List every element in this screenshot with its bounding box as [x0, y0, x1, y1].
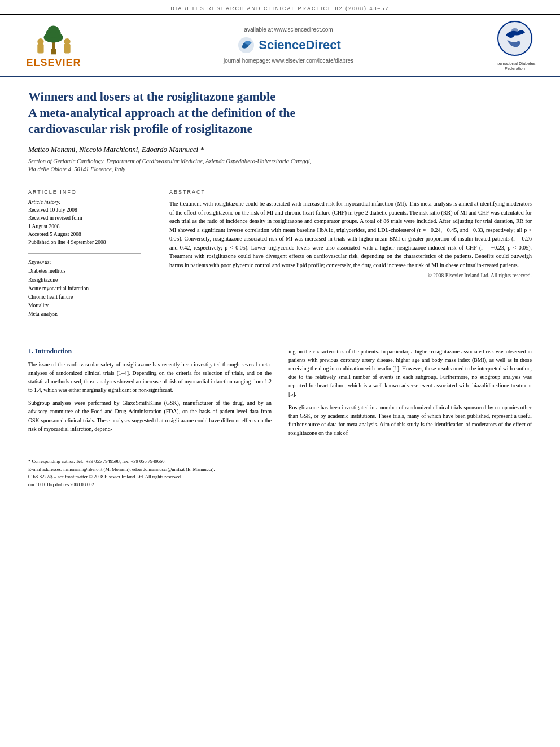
sciencedirect-logo: ScienceDirect — [90, 35, 487, 55]
intro-label: Introduction — [35, 347, 72, 355]
body-right-col: ing on the characteristics of the patien… — [288, 347, 532, 442]
sciencedirect-wordmark: ScienceDirect — [259, 38, 341, 53]
article-title: Winners and losers at the rosiglitazone … — [28, 89, 532, 137]
keywords-label: Keywords: — [28, 259, 141, 265]
elsevier-wordmark: ELSEVIER — [26, 57, 81, 69]
center-logo-area: available at www.sciencedirect.com Scien… — [90, 27, 487, 64]
keyword-4: Chronic heart failure — [28, 293, 141, 302]
svg-point-11 — [511, 28, 518, 33]
intro-paragraph-1: The issue of the cardiovascular safety o… — [28, 360, 272, 395]
article-info-label: ARTICLE INFO — [28, 189, 141, 195]
received-2: Received in revised form — [28, 214, 141, 222]
divider — [28, 253, 141, 254]
available-text: available at www.sciencedirect.com — [90, 27, 487, 33]
idf-logo: International Diabetes Federation — [487, 19, 543, 71]
abstract-text: The treatment with rosiglitazone could b… — [169, 199, 532, 269]
keyword-2: Rosiglitazone — [28, 276, 141, 285]
intro-paragraph-2: Subgroup analyses were performed by Glax… — [28, 399, 272, 433]
svg-rect-7 — [64, 43, 70, 53]
corresponding-author: * Corresponding author. Tel.: +39 055 79… — [28, 458, 532, 466]
svg-point-9 — [497, 20, 533, 56]
intro-paragraph-3: Rosiglitazone has been investigated in a… — [288, 403, 532, 438]
history-label: Article history: — [28, 199, 141, 205]
sciencedirect-icon — [236, 35, 256, 55]
keywords-group: Keywords: Diabetes mellitus Rosiglitazon… — [28, 259, 141, 318]
keyword-3: Acute myocardial infarction — [28, 285, 141, 293]
article-info-panel: ARTICLE INFO Article history: Received 1… — [28, 189, 152, 331]
journal-header: DIABETES RESEARCH AND CLINICAL PRACTICE … — [0, 0, 560, 15]
authors: Matteo Monami, Niccolò Marchionni, Edoar… — [28, 145, 532, 154]
received-1: Received 10 July 2008 — [28, 206, 141, 214]
journal-homepage: journal homepage: www.elsevier.com/locat… — [90, 58, 487, 64]
intro-title: 1. Introduction — [28, 347, 272, 356]
doi-line: doi:10.1016/j.diabres.2008.08.002 — [28, 481, 532, 489]
journal-name: DIABETES RESEARCH AND CLINICAL PRACTICE … — [170, 6, 389, 11]
idf-label: International Diabetes Federation — [487, 61, 543, 71]
svg-rect-5 — [37, 43, 43, 53]
elsevier-logo: ELSEVIER — [17, 22, 90, 69]
article-history: Article history: Received 10 July 2008 R… — [28, 199, 141, 246]
affiliation-line2: Via delle Oblate 4, 50141 Florence, Ital… — [28, 166, 125, 172]
published: Published on line 4 September 2008 — [28, 238, 141, 246]
logo-bar: ELSEVIER available at www.sciencedirect.… — [0, 15, 560, 77]
email-line: E-mail addresses: mmonami@libero.it (M. … — [28, 466, 532, 474]
article-info-abstract: ARTICLE INFO Article history: Received 1… — [0, 180, 560, 338]
section-number: 1. — [28, 347, 33, 355]
divider-2 — [28, 326, 141, 326]
elsevier-tree-icon — [31, 22, 76, 56]
keyword-1: Diabetes mellitus — [28, 267, 141, 276]
body-content: 1. Introduction The issue of the cardiov… — [0, 338, 560, 448]
body-two-col: 1. Introduction The issue of the cardiov… — [28, 347, 532, 442]
copyright: © 2008 Elsevier Ireland Ltd. All rights … — [169, 273, 532, 278]
received-2-date: 1 August 2008 — [28, 222, 141, 230]
accepted: Accepted 5 August 2008 — [28, 230, 141, 238]
issn-line: 0168-8227/$ – see front matter © 2008 El… — [28, 473, 532, 481]
svg-point-6 — [37, 38, 43, 45]
intro-paragraph-2-cont: ing on the characteristics of the patien… — [288, 347, 532, 399]
affiliation: Section of Geriatric Cardiology, Departm… — [28, 158, 532, 174]
body-left-col: 1. Introduction The issue of the cardiov… — [28, 347, 272, 442]
footnotes: * Corresponding author. Tel.: +39 055 79… — [0, 453, 560, 494]
abstract-panel: ABSTRACT The treatment with rosiglitazon… — [169, 189, 532, 331]
keyword-5: Mortality — [28, 302, 141, 310]
article-title-section: Winners and losers at the rosiglitazone … — [0, 77, 560, 180]
svg-point-4 — [48, 25, 59, 33]
affiliation-line1: Section of Geriatric Cardiology, Departm… — [28, 158, 311, 164]
idf-icon — [495, 19, 535, 58]
svg-point-8 — [64, 38, 70, 45]
abstract-label: ABSTRACT — [169, 189, 532, 195]
keyword-6: Meta-analysis — [28, 310, 141, 318]
